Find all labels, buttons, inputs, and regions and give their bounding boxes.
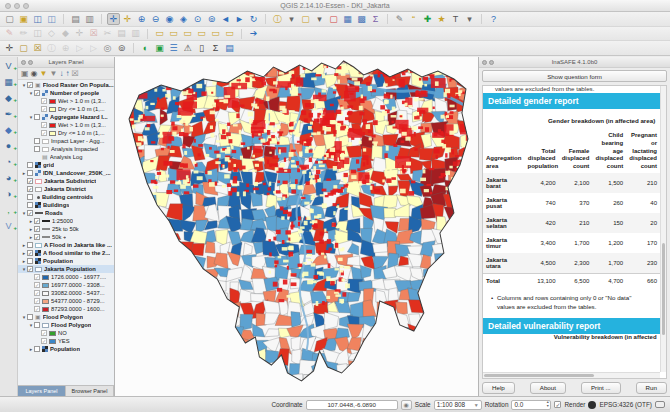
layer-visibility-checkbox[interactable]: ✓ — [41, 98, 47, 104]
highlight-pinned-labels-icon[interactable]: ▭ — [181, 28, 194, 40]
inasafe-batch-runner-icon[interactable]: Σ — [209, 42, 222, 54]
show-bookmarks-icon[interactable]: ★ — [435, 13, 448, 25]
add-raster-layer-icon[interactable]: ▦ — [2, 76, 15, 88]
layer-visibility-checkbox[interactable]: ✓ — [34, 218, 40, 224]
deselect-features-icon[interactable]: ▢ — [327, 13, 340, 25]
tree-row-16977-0000-3308[interactable]: ✓16977.0000 - 3308... — [18, 281, 114, 289]
extent-toggle-icon[interactable]: ◉ — [401, 400, 412, 410]
minimize-window-button[interactable] — [14, 3, 20, 9]
show-question-form-button[interactable]: Show question form — [482, 70, 667, 82]
layer-visibility-checkbox[interactable] — [27, 194, 33, 200]
expand-all-icon[interactable]: ↓ — [59, 70, 63, 78]
add-group-icon[interactable]: ▣ — [21, 70, 29, 78]
manage-visibility-icon[interactable]: ◉ — [31, 70, 38, 78]
rotation-spinner[interactable]: 0.0 ▲▼ — [511, 400, 551, 410]
labeling-options-icon[interactable]: ▭ — [153, 28, 166, 40]
tree-row-dry-1-0-m-1[interactable]: ✓Dry <= 1.0 m (1,... — [18, 129, 114, 137]
add-spatialite-layer-icon[interactable]: ✒ — [2, 108, 15, 120]
tree-row-1-25000[interactable]: ▸✓1:25000 — [18, 217, 114, 225]
add-feature-icon[interactable]: ◆ — [59, 28, 72, 40]
zoom-next-icon[interactable]: ► — [233, 13, 246, 25]
layer-visibility-checkbox[interactable] — [27, 170, 33, 176]
add-wms-layer-icon[interactable]: ◔ — [2, 156, 15, 168]
change-label-icon[interactable]: ▭ — [223, 28, 236, 40]
horizontal-scrollbar[interactable] — [483, 372, 660, 378]
render-checkbox[interactable]: ✓ — [554, 401, 561, 408]
toggle-editing-icon[interactable]: ✏ — [17, 28, 30, 40]
tree-row-population[interactable]: ▸Population — [18, 345, 114, 353]
tree-row-50k[interactable]: ▸✓50k + — [18, 233, 114, 241]
layer-visibility-checkbox[interactable]: ✓ — [27, 266, 33, 272]
add-virtual-layer-icon[interactable]: V — [2, 220, 15, 232]
zoom-to-selection-icon[interactable]: ⊙ — [191, 13, 204, 25]
pin-labels-icon[interactable]: ▭ — [167, 28, 180, 40]
tree-row-wet-1-0-m-1-3[interactable]: ✓Wet > 1.0 m (1,3... — [18, 121, 114, 129]
inasafe-panel-float-button[interactable] — [489, 60, 494, 65]
move-label-icon[interactable]: ▭ — [195, 28, 208, 40]
layer-visibility-checkbox[interactable] — [27, 314, 33, 320]
layer-visibility-checkbox[interactable]: ✓ — [27, 178, 33, 184]
open-project-icon[interactable]: ▣ — [17, 13, 30, 25]
identify-dropdown-icon[interactable]: ▾ — [285, 13, 298, 25]
new-composer-icon[interactable]: ▤ — [69, 13, 82, 25]
map-tips-icon[interactable]: “ — [407, 13, 420, 25]
attribute-table-icon[interactable]: ▦ — [341, 13, 354, 25]
layer-visibility-checkbox[interactable] — [34, 114, 40, 120]
composer-manager-icon[interactable]: ▥ — [83, 13, 96, 25]
measure-icon[interactable]: ✎ — [393, 13, 406, 25]
inasafe-osm-downloader-icon[interactable]: ☰ — [167, 42, 180, 54]
inasafe-dock-toggle-icon[interactable]: ◐ — [139, 42, 152, 54]
inasafe-print-icon[interactable]: ▤ — [223, 42, 236, 54]
refresh-icon[interactable]: ↻ — [247, 13, 260, 25]
tree-row-flood-raster-on-popula[interactable]: ▾✓▣Flood Raster On Popula... — [18, 81, 114, 89]
jakarta-flood-map[interactable] — [115, 57, 478, 396]
collapse-all-icon[interactable]: ↑ — [65, 70, 69, 78]
node-tool-icon[interactable]: ◇ — [45, 28, 58, 40]
layer-visibility-checkbox[interactable] — [34, 138, 40, 144]
action-one-disabled-icon[interactable]: ▷ — [73, 42, 86, 54]
select-rectangle-icon[interactable]: ▢ — [17, 42, 30, 54]
tree-row-33082-0000-5437[interactable]: ✓33082.0000 - 5437... — [18, 289, 114, 297]
layer-visibility-checkbox[interactable]: ✓ — [34, 298, 40, 304]
layer-visibility-checkbox[interactable]: ✓ — [27, 82, 33, 88]
zoom-in-icon[interactable]: ⊕ — [135, 13, 148, 25]
zoom-full-icon[interactable]: ◈ — [177, 13, 190, 25]
layer-visibility-checkbox[interactable] — [27, 162, 33, 168]
filter-legend-icon[interactable]: ▼ — [40, 70, 48, 78]
tree-row-population[interactable]: ▸Population — [18, 257, 114, 265]
tree-row-aggregate-hazard-i[interactable]: ▾Aggregate Hazard I... — [18, 113, 114, 121]
tree-row-a-flood-in-jakarta-like[interactable]: ▸A Flood in Jakarta like ... — [18, 241, 114, 249]
tree-row-number-of-people[interactable]: ▾✓Number of people — [18, 89, 114, 97]
about-button[interactable]: About — [530, 382, 566, 394]
tab-layers-panel[interactable]: Layers Panel — [18, 386, 66, 396]
zoom-window-button[interactable] — [23, 3, 29, 9]
add-vector-layer-icon[interactable]: V — [2, 60, 15, 72]
zoom-native-icon[interactable]: ◉ — [163, 13, 176, 25]
close-window-button[interactable] — [5, 3, 11, 9]
layer-visibility-checkbox[interactable]: ✓ — [34, 306, 40, 312]
tree-row-54377-0000-8729[interactable]: ✓54377.0000 - 8729... — [18, 297, 114, 305]
tree-row-analysis-impacted[interactable]: Analysis Impacted — [18, 145, 114, 153]
layer-visibility-checkbox[interactable] — [34, 322, 40, 328]
tree-row-no[interactable]: ✓NO — [18, 329, 114, 337]
rotate-label-icon[interactable]: ▭ — [209, 28, 222, 40]
tree-row-dry-1-0-m-1[interactable]: ✓Dry <= 1.0 m (1,... — [18, 105, 114, 113]
deselect-all-icon[interactable]: ☒ — [31, 42, 44, 54]
tree-row-a-flood-similar-to-the-2[interactable]: ▸✓A flood similar to the 2... — [18, 249, 114, 257]
select-features-icon[interactable]: ▢ — [299, 13, 312, 25]
current-edits-icon[interactable]: ✎ — [3, 28, 16, 40]
inasafe-panel-close-button[interactable] — [482, 60, 487, 65]
identify-disabled-icon[interactable]: ⓘ — [45, 42, 58, 54]
layer-visibility-checkbox[interactable]: ✓ — [41, 330, 47, 336]
inasafe-minimum-needs-icon[interactable]: ▣ — [153, 42, 166, 54]
layer-visibility-checkbox[interactable]: ✓ — [34, 290, 40, 296]
spinner-stepper-icon[interactable]: ▲▼ — [546, 401, 550, 408]
layer-visibility-checkbox[interactable]: ✓ — [41, 122, 47, 128]
paste-features-icon[interactable]: ▥ — [129, 28, 142, 40]
report-scroll-area[interactable]: values are excluded from the tables. Det… — [482, 85, 667, 379]
layer-visibility-checkbox[interactable]: ✓ — [34, 234, 40, 240]
layer-visibility-checkbox[interactable] — [34, 346, 40, 352]
layer-visibility-checkbox[interactable]: ✓ — [41, 130, 47, 136]
field-calculator-icon[interactable]: ▩ — [355, 13, 368, 25]
horizontal-scrollbar-thumb[interactable] — [484, 374, 594, 377]
